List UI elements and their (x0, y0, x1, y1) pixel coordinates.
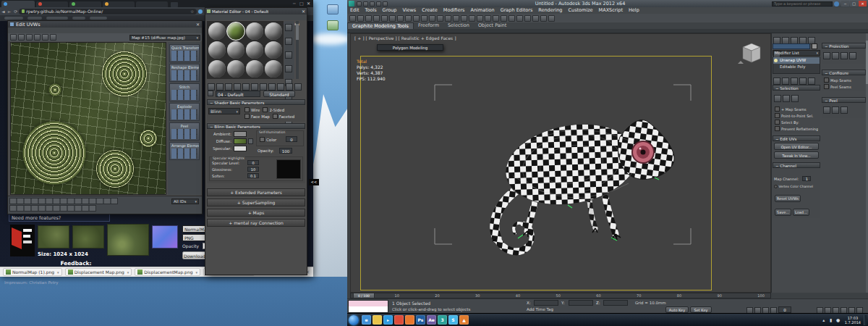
browser-tab[interactable] (103, 1, 135, 7)
viewcube[interactable] (737, 41, 766, 66)
set-key-button[interactable]: Set Key (690, 306, 712, 313)
help-icon[interactable] (834, 1, 839, 7)
uv-roll-header[interactable]: Reshape Elements (169, 64, 200, 82)
download-button[interactable]: Download (182, 251, 207, 259)
glossiness-value[interactable]: 10 (247, 167, 259, 172)
undo-icon[interactable] (376, 1, 381, 7)
open-file-icon[interactable] (363, 1, 368, 7)
material-id-icon[interactable] (260, 83, 267, 91)
schematic-view-icon[interactable] (516, 15, 523, 22)
show-map-in-viewport-icon[interactable] (268, 83, 276, 91)
go-to-start-icon[interactable] (738, 306, 744, 313)
minimize-window-icon[interactable]: ─ (841, 1, 849, 7)
channel-button[interactable]: Load... (793, 209, 809, 216)
download-item[interactable]: NormalMap (1).png (3, 268, 62, 276)
selection-option[interactable]: Point-to-Point Sel. (775, 113, 818, 118)
timeline-tick[interactable]: 100 (757, 293, 765, 298)
redo-icon[interactable] (357, 15, 364, 22)
minimize-window-icon[interactable]: ─ (293, 1, 297, 6)
reload-icon[interactable]: ⟳ (14, 9, 17, 14)
configure-option[interactable]: Map Seams (824, 78, 864, 83)
shader-checkbox[interactable]: Faceted (273, 114, 294, 119)
material-scrollbar[interactable] (296, 21, 299, 79)
timeline-tick[interactable]: 60 (596, 293, 600, 298)
layer-manager-icon[interactable] (501, 15, 507, 22)
menu-item[interactable]: Tools (362, 7, 380, 14)
material-rollout-header[interactable]: Maps (207, 209, 305, 217)
new-scene-icon[interactable] (357, 1, 362, 7)
timeline-tick[interactable]: 80 (677, 293, 681, 298)
visibility-bulb-icon[interactable] (774, 59, 778, 62)
selfillum-value[interactable]: 0 (286, 136, 297, 142)
chameleon-model[interactable] (351, 34, 771, 293)
shader-checkbox[interactable]: 2-Sided (263, 107, 284, 112)
extension-icon[interactable] (198, 9, 203, 14)
new-tab-button[interactable] (171, 2, 178, 7)
sample-slot[interactable] (208, 41, 226, 59)
sample-slot[interactable] (246, 22, 263, 40)
select-scale-icon[interactable] (437, 15, 443, 22)
edge-icon[interactable] (783, 95, 790, 102)
align-icon[interactable] (493, 15, 499, 22)
spherical-map-icon[interactable] (841, 52, 848, 59)
uv-roll-header[interactable]: Arrange Elements (169, 142, 200, 160)
get-material-icon[interactable] (208, 83, 215, 91)
show-end-result-icon[interactable] (277, 83, 284, 91)
save-file-icon[interactable] (370, 1, 375, 7)
bookmark-item[interactable] (46, 17, 68, 20)
menu-item[interactable]: Group (380, 7, 400, 14)
infocenter-search[interactable] (772, 1, 833, 7)
scale-icon[interactable] (26, 34, 33, 41)
material-rollout-header[interactable]: SuperSampling (207, 198, 305, 206)
peel-mode-icon[interactable] (832, 106, 839, 114)
curve-editor-icon[interactable] (509, 15, 515, 22)
put-to-library-icon[interactable] (251, 83, 258, 91)
background-icon[interactable] (285, 51, 292, 59)
texture-dropdown[interactable]: Map #15 (diffuse map.jpg) (129, 35, 200, 41)
track-bar[interactable]: 0102030405060708090100 (350, 293, 771, 298)
explorer-folder-icon[interactable] (373, 315, 382, 325)
maxscript-mini-listener[interactable] (348, 300, 388, 313)
show-end-result-icon[interactable] (782, 78, 789, 85)
crossing-icon[interactable] (413, 15, 420, 22)
back-icon[interactable]: ◄ (1, 9, 5, 14)
skype-icon[interactable]: S (448, 315, 458, 325)
go-to-sibling-icon[interactable] (294, 83, 302, 91)
open-uv-editor-button[interactable]: Open UV Editor... (774, 143, 819, 150)
assign-material-icon[interactable] (225, 83, 232, 91)
menu-item[interactable]: Help (626, 7, 642, 14)
render-production-icon[interactable] (548, 15, 555, 22)
sample-slot[interactable] (265, 60, 282, 78)
show-desktop-button[interactable] (864, 315, 867, 325)
select-move-icon[interactable] (421, 15, 427, 22)
auto-key-button[interactable]: Auto Key (665, 306, 689, 313)
close-icon[interactable]: ✕ (196, 22, 202, 27)
desktop-icon[interactable] (327, 20, 339, 30)
material-rollout-header[interactable]: Extended Parameters (207, 188, 305, 196)
selfillum-color-checkbox[interactable]: Color (260, 137, 276, 142)
sample-uv-tiling-icon[interactable] (285, 65, 292, 72)
selection-option[interactable]: Select By: (775, 120, 818, 125)
timeline-tick[interactable]: 10 (395, 293, 399, 298)
shader-checkbox[interactable]: Wire (244, 107, 260, 112)
current-frame-field[interactable]: 0 (778, 306, 791, 313)
snap-toggle-icon[interactable] (461, 15, 467, 22)
angle-snap-icon[interactable] (469, 15, 475, 22)
diffuse-map-button[interactable] (248, 138, 253, 144)
normalmap-thumbnail[interactable] (152, 225, 178, 248)
after-effects-icon[interactable]: Ae (427, 315, 436, 325)
unlink-icon[interactable] (373, 15, 380, 22)
bookmark-star-icon[interactable]: ☆ (190, 9, 194, 14)
timeline-tick[interactable]: 20 (435, 293, 439, 298)
timeline-tick[interactable]: 50 (556, 293, 561, 298)
time-slider[interactable]: 0 / 100 (353, 293, 375, 298)
viewport[interactable]: [ + ] [ Perspective ] [ Realistic + Edge… (350, 33, 771, 293)
y-coord-field[interactable] (569, 300, 593, 306)
object-color-swatch[interactable] (812, 43, 817, 49)
texture-preview[interactable] (107, 224, 149, 256)
vertex-icon[interactable] (774, 95, 781, 102)
url-field[interactable]: rpetry.github.io/NormalMap-Online/ ☆ (19, 9, 197, 14)
close-window-icon[interactable]: ✕ (307, 1, 311, 6)
redo-icon[interactable] (383, 1, 388, 7)
uv-roll-header[interactable]: Quick Transform (169, 44, 200, 62)
